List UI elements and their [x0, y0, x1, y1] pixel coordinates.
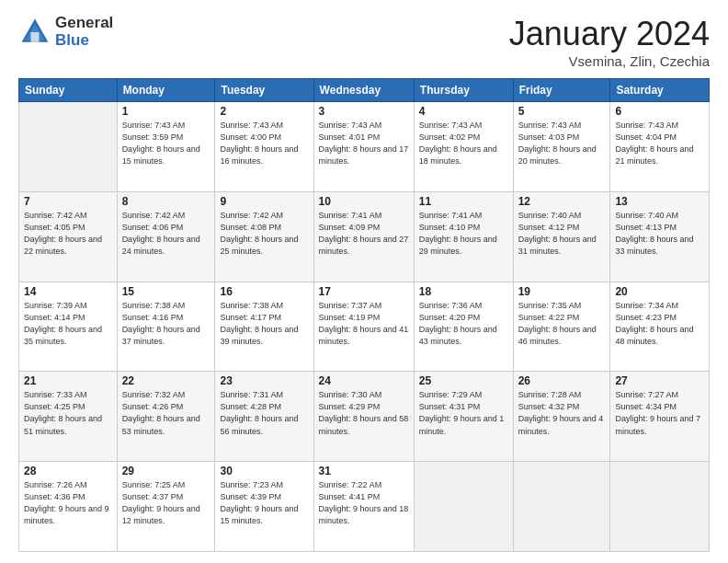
- table-row: 26Sunrise: 7:28 AMSunset: 4:32 PMDayligh…: [513, 372, 610, 462]
- day-number: 25: [419, 374, 508, 387]
- day-number: 10: [319, 195, 409, 208]
- table-row: 20Sunrise: 7:34 AMSunset: 4:23 PMDayligh…: [610, 282, 710, 372]
- day-number: 29: [122, 465, 210, 477]
- calendar-header-row: Sunday Monday Tuesday Wednesday Thursday…: [19, 79, 710, 102]
- day-info: Sunrise: 7:30 AMSunset: 4:29 PMDaylight:…: [319, 389, 409, 437]
- day-number: 26: [518, 374, 606, 387]
- svg-rect-2: [31, 32, 40, 42]
- day-info: Sunrise: 7:36 AMSunset: 4:20 PMDaylight:…: [419, 300, 508, 348]
- table-row: 11Sunrise: 7:41 AMSunset: 4:10 PMDayligh…: [414, 191, 513, 282]
- table-row: 7Sunrise: 7:42 AMSunset: 4:05 PMDaylight…: [19, 191, 118, 282]
- logo: General Blue: [18, 15, 113, 49]
- day-info: Sunrise: 7:43 AMSunset: 4:01 PMDaylight:…: [319, 120, 409, 167]
- location: Vsemina, Zlin, Czechia: [509, 53, 710, 69]
- day-info: Sunrise: 7:43 AMSunset: 3:59 PMDaylight:…: [122, 120, 210, 167]
- day-number: 9: [220, 195, 308, 208]
- day-number: 12: [518, 195, 606, 208]
- header: General Blue January 2024 Vsemina, Zlin,…: [18, 15, 710, 69]
- day-info: Sunrise: 7:26 AMSunset: 4:36 PMDaylight:…: [24, 479, 112, 527]
- day-number: 17: [319, 285, 409, 298]
- day-info: Sunrise: 7:40 AMSunset: 4:13 PMDaylight:…: [615, 210, 704, 258]
- table-row: [19, 102, 118, 192]
- page: General Blue January 2024 Vsemina, Zlin,…: [0, 0, 728, 563]
- day-number: 7: [24, 195, 112, 208]
- day-number: 5: [518, 105, 606, 118]
- day-number: 1: [122, 105, 210, 118]
- day-number: 13: [615, 195, 704, 208]
- day-number: 28: [24, 465, 112, 477]
- day-number: 20: [615, 285, 704, 298]
- table-row: 14Sunrise: 7:39 AMSunset: 4:14 PMDayligh…: [19, 282, 118, 372]
- table-row: 1Sunrise: 7:43 AMSunset: 3:59 PMDaylight…: [117, 102, 215, 192]
- day-info: Sunrise: 7:38 AMSunset: 4:16 PMDaylight:…: [122, 300, 210, 348]
- col-wednesday: Wednesday: [313, 79, 414, 102]
- day-info: Sunrise: 7:35 AMSunset: 4:22 PMDaylight:…: [518, 300, 606, 348]
- logo-icon: [18, 16, 51, 49]
- day-number: 16: [220, 285, 308, 298]
- day-info: Sunrise: 7:33 AMSunset: 4:25 PMDaylight:…: [24, 389, 112, 437]
- day-info: Sunrise: 7:22 AMSunset: 4:41 PMDaylight:…: [319, 479, 409, 527]
- table-row: 12Sunrise: 7:40 AMSunset: 4:12 PMDayligh…: [513, 191, 610, 282]
- calendar-week-row: 14Sunrise: 7:39 AMSunset: 4:14 PMDayligh…: [19, 282, 710, 372]
- day-info: Sunrise: 7:27 AMSunset: 4:34 PMDaylight:…: [615, 389, 704, 437]
- day-info: Sunrise: 7:31 AMSunset: 4:28 PMDaylight:…: [220, 389, 308, 437]
- day-info: Sunrise: 7:43 AMSunset: 4:00 PMDaylight:…: [220, 120, 308, 167]
- title-block: January 2024 Vsemina, Zlin, Czechia: [509, 15, 710, 69]
- day-info: Sunrise: 7:41 AMSunset: 4:10 PMDaylight:…: [419, 210, 508, 258]
- table-row: 21Sunrise: 7:33 AMSunset: 4:25 PMDayligh…: [19, 372, 118, 462]
- day-number: 4: [419, 105, 508, 118]
- table-row: 9Sunrise: 7:42 AMSunset: 4:08 PMDaylight…: [215, 191, 313, 282]
- day-info: Sunrise: 7:28 AMSunset: 4:32 PMDaylight:…: [518, 389, 606, 437]
- day-number: 27: [615, 374, 704, 387]
- table-row: [610, 462, 710, 552]
- day-info: Sunrise: 7:42 AMSunset: 4:08 PMDaylight:…: [220, 210, 308, 258]
- day-number: 14: [24, 285, 112, 298]
- table-row: [513, 462, 610, 552]
- day-info: Sunrise: 7:34 AMSunset: 4:23 PMDaylight:…: [615, 300, 704, 348]
- table-row: 28Sunrise: 7:26 AMSunset: 4:36 PMDayligh…: [19, 462, 118, 552]
- day-number: 15: [122, 285, 210, 298]
- day-number: 21: [24, 374, 112, 387]
- table-row: 17Sunrise: 7:37 AMSunset: 4:19 PMDayligh…: [313, 282, 414, 372]
- day-info: Sunrise: 7:23 AMSunset: 4:39 PMDaylight:…: [220, 479, 308, 527]
- calendar-week-row: 28Sunrise: 7:26 AMSunset: 4:36 PMDayligh…: [19, 462, 710, 552]
- calendar-week-row: 1Sunrise: 7:43 AMSunset: 3:59 PMDaylight…: [19, 102, 710, 192]
- day-info: Sunrise: 7:41 AMSunset: 4:09 PMDaylight:…: [319, 210, 409, 258]
- day-number: 11: [419, 195, 508, 208]
- table-row: 22Sunrise: 7:32 AMSunset: 4:26 PMDayligh…: [117, 372, 215, 462]
- table-row: 4Sunrise: 7:43 AMSunset: 4:02 PMDaylight…: [414, 102, 513, 192]
- table-row: 30Sunrise: 7:23 AMSunset: 4:39 PMDayligh…: [215, 462, 313, 552]
- day-number: 30: [220, 465, 308, 477]
- table-row: 27Sunrise: 7:27 AMSunset: 4:34 PMDayligh…: [610, 372, 710, 462]
- day-info: Sunrise: 7:42 AMSunset: 4:06 PMDaylight:…: [122, 210, 210, 258]
- day-info: Sunrise: 7:25 AMSunset: 4:37 PMDaylight:…: [122, 479, 210, 527]
- day-info: Sunrise: 7:43 AMSunset: 4:04 PMDaylight:…: [615, 120, 704, 167]
- col-sunday: Sunday: [19, 79, 118, 102]
- table-row: 29Sunrise: 7:25 AMSunset: 4:37 PMDayligh…: [117, 462, 215, 552]
- day-number: 23: [220, 374, 308, 387]
- day-number: 8: [122, 195, 210, 208]
- table-row: 8Sunrise: 7:42 AMSunset: 4:06 PMDaylight…: [117, 191, 215, 282]
- col-thursday: Thursday: [414, 79, 513, 102]
- logo-general: General: [55, 15, 113, 32]
- day-info: Sunrise: 7:43 AMSunset: 4:02 PMDaylight:…: [419, 120, 508, 167]
- logo-blue: Blue: [55, 32, 113, 50]
- day-info: Sunrise: 7:38 AMSunset: 4:17 PMDaylight:…: [220, 300, 308, 348]
- table-row: 10Sunrise: 7:41 AMSunset: 4:09 PMDayligh…: [313, 191, 414, 282]
- col-saturday: Saturday: [610, 79, 710, 102]
- day-info: Sunrise: 7:40 AMSunset: 4:12 PMDaylight:…: [518, 210, 606, 258]
- day-info: Sunrise: 7:43 AMSunset: 4:03 PMDaylight:…: [518, 120, 606, 167]
- table-row: [414, 462, 513, 552]
- table-row: 16Sunrise: 7:38 AMSunset: 4:17 PMDayligh…: [215, 282, 313, 372]
- table-row: 15Sunrise: 7:38 AMSunset: 4:16 PMDayligh…: [117, 282, 215, 372]
- day-info: Sunrise: 7:42 AMSunset: 4:05 PMDaylight:…: [24, 210, 112, 258]
- table-row: 3Sunrise: 7:43 AMSunset: 4:01 PMDaylight…: [313, 102, 414, 192]
- col-friday: Friday: [513, 79, 610, 102]
- col-tuesday: Tuesday: [215, 79, 313, 102]
- table-row: 5Sunrise: 7:43 AMSunset: 4:03 PMDaylight…: [513, 102, 610, 192]
- day-number: 24: [319, 374, 409, 387]
- logo-text: General Blue: [55, 15, 113, 49]
- table-row: 31Sunrise: 7:22 AMSunset: 4:41 PMDayligh…: [313, 462, 414, 552]
- table-row: 6Sunrise: 7:43 AMSunset: 4:04 PMDaylight…: [610, 102, 710, 192]
- calendar-table: Sunday Monday Tuesday Wednesday Thursday…: [18, 78, 710, 552]
